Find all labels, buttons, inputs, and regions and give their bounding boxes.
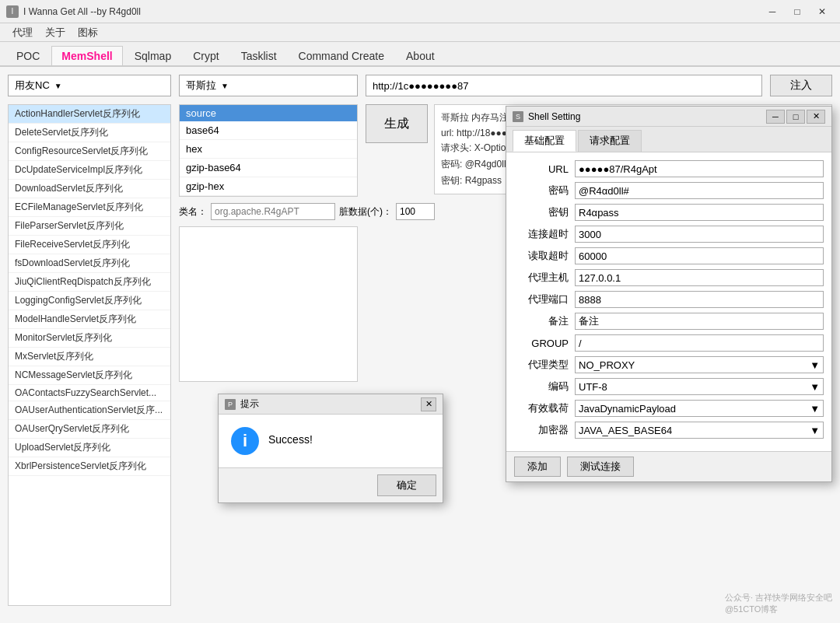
shell-dialog-body: URL密码密钥连接超时读取超时代理主机代理端口备注GROUP代理类型NO_PRO… xyxy=(506,152,831,451)
dropdown2-arrow-icon: ▼ xyxy=(221,82,229,90)
form-row: 编码UTF-8▼ xyxy=(514,378,824,395)
form-row: 代理类型NO_PROXY▼ xyxy=(514,356,824,373)
list-item[interactable]: MonitorServlet反序列化 xyxy=(9,329,170,348)
maximize-button[interactable]: □ xyxy=(786,4,809,19)
classbyte-textarea[interactable] xyxy=(179,226,358,382)
select-arrow-icon: ▼ xyxy=(810,359,820,371)
form-label: 读取超时 xyxy=(514,249,569,263)
form-label: URL xyxy=(514,163,569,175)
list-item[interactable]: ActionHandlerServlet反序列化 xyxy=(9,105,170,124)
form-input-代理端口[interactable] xyxy=(575,291,824,308)
form-input-备注[interactable] xyxy=(575,313,824,330)
select-arrow-icon: ▼ xyxy=(810,403,820,415)
class-name-label: 类名： xyxy=(179,205,207,219)
form-label: GROUP xyxy=(514,338,569,349)
menu-about[interactable]: 关于 xyxy=(39,24,72,41)
minimize-button[interactable]: ─ xyxy=(761,4,784,19)
form-row: URL xyxy=(514,160,824,177)
dropdown-shell[interactable]: 哥斯拉 ▼ xyxy=(179,75,358,96)
tab-poc[interactable]: POC xyxy=(6,46,50,65)
prompt-message: Success! xyxy=(268,427,313,446)
menu-proxy[interactable]: 代理 xyxy=(6,24,39,41)
form-select-编码[interactable]: UTF-8▼ xyxy=(575,378,824,395)
form-input-URL[interactable] xyxy=(575,160,824,177)
list-item[interactable]: LoggingConfigServlet反序列化 xyxy=(9,292,170,310)
inject-button[interactable]: 注入 xyxy=(770,75,832,96)
form-input-GROUP[interactable] xyxy=(575,334,824,352)
list-item[interactable]: OAUserAuthenticationServlet反序... xyxy=(9,401,170,420)
class-name-input[interactable] xyxy=(211,203,335,220)
source-item-base64[interactable]: base64 xyxy=(180,121,357,140)
shell-dialog-maximize[interactable]: □ xyxy=(786,110,805,124)
tab-command-create[interactable]: Command Create xyxy=(289,46,395,65)
source-item-gzip-hex[interactable]: gzip-hex xyxy=(180,177,357,196)
form-row: 代理端口 xyxy=(514,291,824,308)
form-row: 备注 xyxy=(514,313,824,330)
menu-icon[interactable]: 图标 xyxy=(72,24,104,41)
form-label: 加密器 xyxy=(514,423,569,437)
list-item[interactable]: ModelHandleServlet反序列化 xyxy=(9,310,170,329)
form-label: 代理类型 xyxy=(514,358,569,372)
tab-crypt[interactable]: Crypt xyxy=(183,46,229,65)
list-item[interactable]: ConfigResourceServlet反序列化 xyxy=(9,142,170,161)
dropdown-type[interactable]: 用友NC ▼ xyxy=(8,75,171,96)
tab-tasklist[interactable]: Tasklist xyxy=(231,46,287,65)
dropdown1-arrow-icon: ▼ xyxy=(54,82,62,90)
form-input-读取超时[interactable] xyxy=(575,247,824,264)
list-item[interactable]: FileReceiveServlet反序列化 xyxy=(9,236,170,254)
form-label: 代理主机 xyxy=(514,271,569,285)
shell-test-button[interactable]: 测试连接 xyxy=(567,457,634,477)
form-row: 读取超时 xyxy=(514,247,824,264)
select-arrow-icon: ▼ xyxy=(810,381,820,393)
form-label: 备注 xyxy=(514,314,569,328)
prompt-titlebar: P 提示 ✕ xyxy=(219,394,443,415)
tab-about[interactable]: About xyxy=(396,46,445,65)
generate-button[interactable]: 生成 xyxy=(366,104,428,143)
prompt-dialog: P 提示 ✕ i Success! 确定 xyxy=(218,394,443,503)
list-item[interactable]: JiuQiClientReqDispatch反序列化 xyxy=(9,273,170,292)
list-item[interactable]: FileParserServlet反序列化 xyxy=(9,217,170,236)
shell-add-button[interactable]: 添加 xyxy=(514,457,561,477)
form-input-密钥[interactable] xyxy=(575,204,824,221)
list-item[interactable]: XbrlPersistenceServlet反序列化 xyxy=(9,457,170,476)
form-input-密码[interactable] xyxy=(575,182,824,199)
url-input[interactable] xyxy=(366,75,762,96)
form-select-代理类型[interactable]: NO_PROXY▼ xyxy=(575,356,824,373)
select-arrow-icon: ▼ xyxy=(810,425,820,436)
source-list: source base64 hex gzip-base64 gzip-hex xyxy=(179,104,358,197)
list-item[interactable]: ECFileManageServlet反序列化 xyxy=(9,198,170,217)
form-select-有效载荷[interactable]: JavaDynamicPayload▼ xyxy=(575,400,824,417)
source-item-hex[interactable]: hex xyxy=(180,140,357,159)
info-icon: i xyxy=(231,427,259,455)
list-item[interactable]: DeleteServlet反序列化 xyxy=(9,124,170,142)
form-label: 编码 xyxy=(514,380,569,394)
shell-tab-basic[interactable]: 基础配置 xyxy=(513,130,576,152)
prompt-body: i Success! xyxy=(219,415,443,467)
list-item[interactable]: DcUpdateServiceImpl反序列化 xyxy=(9,161,170,180)
form-input-代理主机[interactable] xyxy=(575,269,824,286)
prompt-icon: P xyxy=(225,399,236,410)
form-input-连接超时[interactable] xyxy=(575,226,824,243)
source-item-gzip-base64[interactable]: gzip-base64 xyxy=(180,159,357,177)
prompt-confirm-button[interactable]: 确定 xyxy=(377,474,436,496)
list-item[interactable]: MxServlet反序列化 xyxy=(9,348,170,366)
window-controls: ─ □ ✕ xyxy=(761,4,834,19)
shell-tab-request[interactable]: 请求配置 xyxy=(578,130,642,152)
list-item[interactable]: fsDownloadServlet反序列化 xyxy=(9,254,170,273)
prompt-title: 提示 xyxy=(240,397,421,411)
form-row: 连接超时 xyxy=(514,226,824,243)
shell-dialog-minimize[interactable]: ─ xyxy=(766,110,785,124)
list-item[interactable]: OAUserQryServlet反序列化 xyxy=(9,420,170,439)
prompt-close-button[interactable]: ✕ xyxy=(421,397,436,411)
list-item[interactable]: UploadServlet反序列化 xyxy=(9,439,170,457)
list-item[interactable]: DownloadServlet反序列化 xyxy=(9,180,170,198)
tab-sqlmap[interactable]: Sqlmap xyxy=(124,46,181,65)
close-button[interactable]: ✕ xyxy=(810,4,834,19)
shell-dialog-close[interactable]: ✕ xyxy=(807,110,825,124)
form-label: 有效载荷 xyxy=(514,401,569,415)
form-select-加密器[interactable]: JAVA_AES_BASE64▼ xyxy=(575,422,824,439)
form-label: 密码 xyxy=(514,184,569,198)
list-item[interactable]: OAContactsFuzzySearchServlet... xyxy=(9,385,170,401)
tab-memshell[interactable]: MemShell xyxy=(51,46,122,65)
list-item[interactable]: NCMessageServlet反序列化 xyxy=(9,366,170,385)
